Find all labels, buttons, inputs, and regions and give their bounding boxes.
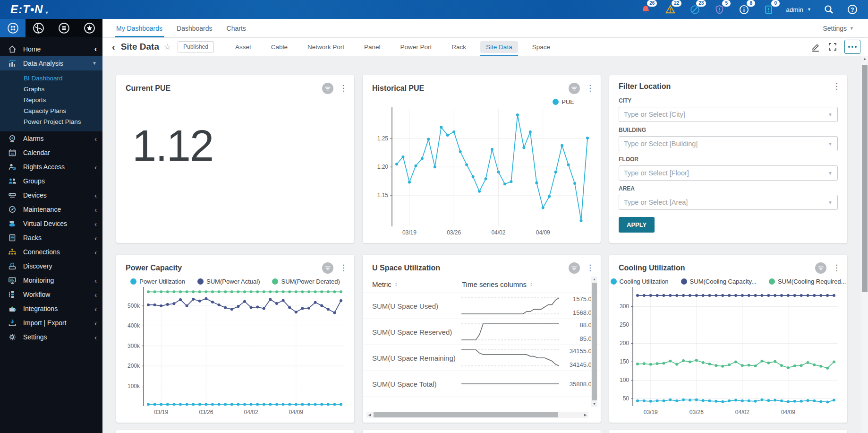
scroll-down-arrow[interactable]: ▼ xyxy=(591,401,597,407)
filter-icon[interactable] xyxy=(568,262,580,274)
sidebar-item-home[interactable]: Home‹ xyxy=(0,42,102,56)
admin-menu[interactable]: admin ▼ xyxy=(786,6,811,13)
apply-button[interactable]: APPLY xyxy=(619,217,655,233)
scrollbar-thumb[interactable] xyxy=(862,65,868,292)
legend-item[interactable]: SUM(Cooling Capacity... xyxy=(681,278,757,285)
select-area[interactable]: Type or Select [Area]▼ xyxy=(619,195,838,210)
kebab-menu-icon[interactable]: ⋮ xyxy=(586,85,594,92)
legend-item[interactable]: Power Utilization xyxy=(130,278,185,285)
subtab-network-port[interactable]: Network Port xyxy=(302,41,350,53)
warning-triangle-icon[interactable]: 22 xyxy=(664,3,676,16)
select-building[interactable]: Type or Select [Building]▼ xyxy=(619,136,838,151)
logo-caret-icon: ▼ xyxy=(44,10,49,15)
sidebar-tile-apps-grid-icon[interactable] xyxy=(0,19,26,37)
sidebar-item-calendar[interactable]: 26Calendar xyxy=(0,146,102,160)
settings-menu[interactable]: Settings ▼ xyxy=(823,19,854,37)
legend-item[interactable]: SUM(Power Actual) xyxy=(197,278,260,285)
racks-icon xyxy=(8,233,17,242)
scroll-up-arrow[interactable]: ▲ xyxy=(591,277,597,282)
scroll-left-arrow[interactable]: ◀ xyxy=(366,413,373,417)
scroll-up-arrow[interactable]: ▲ xyxy=(861,56,868,62)
sidebar-item-rights-access[interactable]: Rights Access‹ xyxy=(0,160,102,174)
table-vertical-scrollbar[interactable]: ▲ ▼ xyxy=(591,277,597,407)
sidebar-subitem-power-project-plans[interactable]: Power Project Plans xyxy=(0,116,102,127)
sidebar-item-connections[interactable]: Connections‹ xyxy=(0,245,102,259)
select-floor[interactable]: Type or Select [Floor]▼ xyxy=(619,165,838,181)
eaton-logo[interactable]: E:T•N ▼ xyxy=(10,3,49,16)
sidebar-subitem-reports[interactable]: Reports xyxy=(0,95,102,105)
legend-item[interactable]: SUM(Cooling Required... xyxy=(769,278,846,285)
legend-item[interactable]: Cooling Utilization xyxy=(611,278,669,285)
sidebar-item-import-export[interactable]: Import | Export‹ xyxy=(0,316,102,330)
sidebar-item-data-analysis[interactable]: Data Analysis▼ xyxy=(0,56,102,70)
subtab-asset[interactable]: Asset xyxy=(230,41,257,53)
subtab-power-port[interactable]: Power Port xyxy=(395,41,438,53)
sidebar-item-devices[interactable]: Devices‹ xyxy=(0,188,102,202)
tab-my-dashboards[interactable]: My Dashboards xyxy=(109,19,170,37)
legend-item[interactable]: PUE xyxy=(553,98,574,105)
sidebar-item-workflow[interactable]: Workflow‹ xyxy=(0,287,102,302)
subtab-cable[interactable]: Cable xyxy=(265,41,293,53)
tab-dashboards[interactable]: Dashboards xyxy=(170,19,220,37)
alarm-bell-icon[interactable]: 26 xyxy=(639,3,652,16)
sidebar-item-groups[interactable]: Groups xyxy=(0,174,102,188)
sidebar-item-virtual-devices[interactable]: Virtual Devices‹ xyxy=(0,216,102,231)
collapse-sidebar-icon[interactable]: ‹ xyxy=(94,45,97,53)
scrollbar-thumb[interactable] xyxy=(374,412,558,417)
fullscreen-icon[interactable] xyxy=(828,42,837,52)
sidebar-item-alarms[interactable]: Alarms‹ xyxy=(0,131,102,146)
svg-text:1.15: 1.15 xyxy=(377,192,389,199)
subtab-site-data[interactable]: Site Data xyxy=(480,41,518,53)
more-actions-button[interactable] xyxy=(844,40,860,54)
sidebar-item-label: Workflow xyxy=(23,291,50,298)
filter-icon[interactable] xyxy=(815,262,827,274)
filter-icon[interactable] xyxy=(322,82,334,95)
kebab-menu-icon[interactable]: ⋮ xyxy=(833,83,841,90)
subtab-space[interactable]: Space xyxy=(527,41,556,53)
sort-icon[interactable]: ▲▼ xyxy=(530,282,533,287)
filter-icon[interactable] xyxy=(568,82,580,95)
kebab-menu-icon[interactable]: ⋮ xyxy=(586,265,594,271)
sidebar-subitem-capacity-plans[interactable]: Capacity Plans xyxy=(0,105,102,116)
filter-icon[interactable] xyxy=(322,262,334,274)
sidebar-item-maintenance[interactable]: Maintenance‹ xyxy=(0,202,102,216)
device-door-icon[interactable]: 0 xyxy=(762,3,774,16)
sidebar-item-label: Calendar xyxy=(23,149,50,156)
sidebar-subitem-bi-dashboard[interactable]: BI Dashboard xyxy=(0,73,102,84)
sort-icon[interactable]: ▲▼ xyxy=(395,282,398,287)
scroll-right-arrow[interactable]: ▶ xyxy=(582,413,588,417)
security-shield-icon[interactable]: 5 xyxy=(713,3,725,16)
sidebar-tile-list-icon[interactable] xyxy=(51,19,77,37)
chevron-left-icon: ‹ xyxy=(94,135,97,142)
sidebar-tile-star-icon[interactable] xyxy=(77,19,102,37)
card-partial xyxy=(609,430,847,433)
sidebar-item-integrations[interactable]: Integrations‹ xyxy=(0,302,102,316)
tab-charts[interactable]: Charts xyxy=(220,19,253,37)
subtab-panel[interactable]: Panel xyxy=(358,41,386,53)
sidebar-item-racks[interactable]: Racks‹ xyxy=(0,231,102,245)
sidebar-item-monitoring[interactable]: Monitoring‹ xyxy=(0,273,102,287)
sidebar-item-discovery[interactable]: Discovery xyxy=(0,259,102,273)
page-vertical-scrollbar[interactable]: ▲ xyxy=(861,56,868,433)
sidebar-subitem-graphs[interactable]: Graphs xyxy=(0,84,102,95)
threshold-gauge-icon[interactable]: 23 xyxy=(689,3,701,16)
table-horizontal-scrollbar[interactable]: ◀ ▶ xyxy=(366,412,588,418)
sidebar-tile-globe-icon[interactable] xyxy=(26,19,51,37)
select-city[interactable]: Type or Select [City]▼ xyxy=(619,107,838,122)
card-partial xyxy=(363,430,601,433)
search-icon[interactable] xyxy=(823,3,835,16)
kebab-menu-icon[interactable]: ⋮ xyxy=(340,85,348,92)
help-icon[interactable]: ? xyxy=(846,3,859,16)
power-capacity-plot: 03/1903/2604/0204/09100k200k300k400k500k xyxy=(116,285,354,423)
subtab-rack[interactable]: Rack xyxy=(446,41,472,53)
favorite-star-icon[interactable]: ☆ xyxy=(164,42,171,52)
legend-item[interactable]: SUM(Power Derated) xyxy=(272,278,340,285)
scrollbar-thumb[interactable] xyxy=(592,283,597,400)
edit-pencil-icon[interactable] xyxy=(811,42,821,52)
sidebar-item-settings[interactable]: Settings‹ xyxy=(0,330,102,344)
kebab-menu-icon[interactable]: ⋮ xyxy=(833,265,841,271)
kebab-menu-icon[interactable]: ⋮ xyxy=(340,265,348,271)
info-circle-icon[interactable]: 8 xyxy=(738,3,750,16)
back-chevron-icon[interactable]: ‹ xyxy=(107,42,120,52)
series-values: 34155.0034145.00 xyxy=(564,347,595,368)
